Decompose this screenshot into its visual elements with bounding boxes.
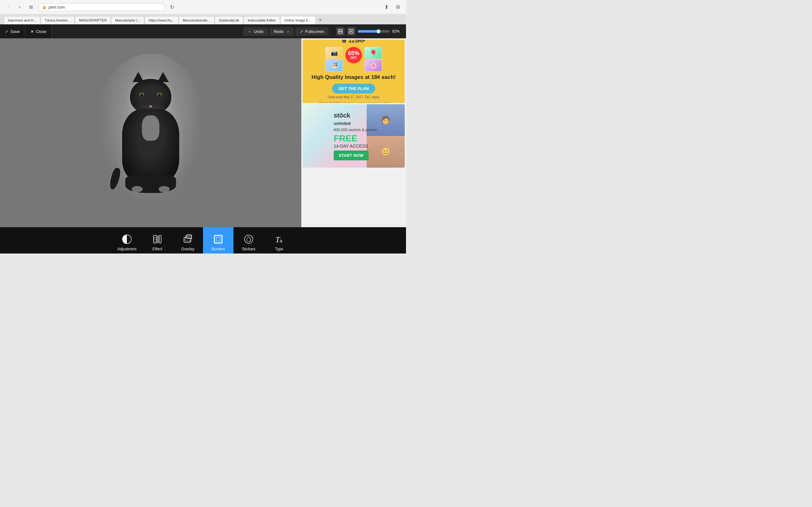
- tab-manuskripter[interactable]: MANUSKRIPTER: [75, 16, 111, 24]
- svg-rect-10: [159, 235, 161, 243]
- undo-icon: ←: [248, 29, 252, 34]
- svg-point-19: [245, 235, 253, 243]
- cat-pupil-right: [158, 94, 161, 96]
- zoom-slider[interactable]: [358, 30, 390, 33]
- lock-person-icon: ⊕: [342, 40, 346, 44]
- back-button[interactable]: ‹: [4, 3, 13, 11]
- cat-eye-right: [157, 92, 162, 97]
- cat-torso: [122, 109, 179, 182]
- svg-rect-18: [216, 237, 220, 241]
- adjustment-icon: [121, 233, 133, 245]
- type-label: Type: [275, 247, 283, 251]
- close-button[interactable]: ✕ Close: [26, 24, 52, 38]
- ad-stock-access-text: 14-DAY ACCESS: [334, 144, 368, 149]
- toolbar-actions: ← Undo Redo → ⤢ Fullscreen: [240, 27, 333, 36]
- checkmark-icon: ✓: [5, 29, 9, 34]
- reload-button[interactable]: ↻: [167, 3, 176, 11]
- borders-tool-button[interactable]: Borders: [203, 227, 234, 253]
- redo-icon: →: [286, 29, 290, 34]
- tab-bar: Hammers and H... Túnica feminin... MANUS…: [0, 14, 406, 24]
- cat-ear-right: [157, 72, 169, 82]
- stickers-label: Stickers: [242, 247, 256, 251]
- ad-photos: 📷 🍜: [325, 47, 343, 72]
- svg-rect-17: [214, 235, 222, 243]
- canvas-image: [106, 66, 195, 199]
- ad-headline: High Quality Images at 18¢ each!: [311, 74, 396, 80]
- borders-icon: [212, 233, 224, 245]
- new-tab-button[interactable]: ⧉: [393, 3, 402, 11]
- cat-paw-right: [159, 186, 170, 192]
- fullscreen-button[interactable]: ⤢ Fullscreen: [295, 27, 328, 36]
- tab-tunica[interactable]: Túnica feminin...: [41, 16, 74, 24]
- tab-instructable[interactable]: Instructable Editor: [244, 16, 280, 24]
- app-toolbar: ✓ Save ✕ Close ← Undo Redo → ⤢ Fullscree…: [0, 24, 406, 38]
- cat-body: [116, 79, 186, 193]
- canvas-wrap: [0, 38, 301, 227]
- ad-123rf-logo: 123RF: [348, 40, 365, 44]
- ad-123rf[interactable]: ⊕ 123RF 📷 🍜 65% OFF: [303, 40, 405, 103]
- ad-badge-area: 65% OFF: [345, 47, 362, 63]
- zoom-control: 92%: [333, 27, 406, 36]
- fit-screen-button[interactable]: [347, 27, 355, 36]
- address-text: pixlr.com: [49, 5, 65, 9]
- zoom-slider-fill: [358, 30, 378, 33]
- tab-hammers[interactable]: Hammers and H...: [4, 16, 40, 24]
- ad-sidebar: ⊕ 123RF 📷 🍜 65% OFF: [301, 38, 406, 227]
- overlay-label: Overlay: [181, 247, 194, 251]
- tab-fry[interactable]: https://www.fry...: [145, 16, 178, 24]
- ad-note: *Deal ends May 17, 2017. T&C apply.: [327, 95, 380, 99]
- ad-cta-button[interactable]: GET THE PLAN: [332, 83, 375, 94]
- ad-stock-stat: 800,000 vectors & photos: [334, 128, 377, 132]
- stickers-tool-button[interactable]: Stickers: [234, 227, 264, 253]
- type-tool-button[interactable]: T a Type: [264, 227, 294, 253]
- sidebar-button[interactable]: ⊞: [27, 3, 36, 11]
- forward-button[interactable]: ›: [15, 3, 24, 11]
- ad-footer: ROYALTY-FREE photos | vectors | footage …: [306, 100, 401, 103]
- effect-tool-button[interactable]: Effect: [142, 227, 172, 253]
- svg-text:a: a: [280, 238, 282, 243]
- fullscreen-icon: ⤢: [300, 29, 303, 34]
- canvas-area[interactable]: [0, 38, 301, 227]
- ad-stock-content: 🧑 😊 stōckunlimited 800,000 vectors & pho…: [303, 104, 405, 168]
- svg-rect-9: [157, 235, 159, 243]
- main-content: ⊕ 123RF 📷 🍜 65% OFF: [0, 38, 406, 227]
- cat-nose: [149, 105, 152, 107]
- redo-button[interactable]: Redo →: [269, 27, 294, 36]
- svg-rect-16: [187, 235, 192, 239]
- cat-eye-left: [139, 92, 145, 97]
- stickers-icon: [243, 233, 254, 245]
- ad-stock-cta-button[interactable]: START NOW: [334, 151, 368, 160]
- overlay-icon: [182, 233, 194, 245]
- zoom-percentage: 92%: [392, 29, 402, 34]
- adjustment-label: Adjustment: [117, 247, 136, 251]
- cat-paw-left: [132, 186, 143, 192]
- effect-label: Effect: [153, 247, 162, 251]
- tab-pixlr[interactable]: Online Image E...: [281, 16, 316, 24]
- tab-manusindsende[interactable]: Manusindsende...: [179, 16, 214, 24]
- add-tab-button[interactable]: +: [316, 16, 325, 24]
- fit-width-button[interactable]: [336, 27, 345, 36]
- cat-ear-left: [133, 72, 144, 82]
- ad-stock-logo: stōckunlimited: [334, 112, 351, 126]
- tab-manuskripter2[interactable]: Manuskripter |...: [111, 16, 144, 24]
- ad-stock-free-text: FREE: [334, 133, 357, 144]
- address-bar[interactable]: 🔒 pixlr.com: [38, 3, 165, 11]
- effect-icon: [152, 233, 163, 245]
- ad-stock[interactable]: 🧑 😊 stōckunlimited 800,000 vectors & pho…: [303, 104, 405, 168]
- lock-icon: 🔒: [42, 5, 47, 9]
- save-button[interactable]: ✓ Save: [0, 24, 26, 38]
- discount-badge: 65% OFF: [345, 47, 362, 63]
- share-button[interactable]: ⬆: [382, 3, 391, 11]
- undo-button[interactable]: ← Undo: [243, 27, 268, 36]
- borders-label: Borders: [212, 247, 225, 251]
- tab-gyldendal[interactable]: Gyldendal.dk: [215, 16, 243, 24]
- cat-pupil-left: [141, 94, 143, 96]
- ad-photos-right: 🎈 🌸: [364, 47, 382, 72]
- zoom-slider-thumb[interactable]: [376, 29, 380, 34]
- cat-chest: [142, 115, 159, 141]
- adjustment-tool-button[interactable]: Adjustment: [112, 227, 142, 253]
- cat-head: [130, 79, 171, 114]
- bottom-toolbar: Adjustment Effect Overlay: [0, 227, 406, 253]
- overlay-tool-button[interactable]: Overlay: [172, 227, 203, 253]
- ad-123rf-content: ⊕ 123RF 📷 🍜 65% OFF: [303, 40, 405, 103]
